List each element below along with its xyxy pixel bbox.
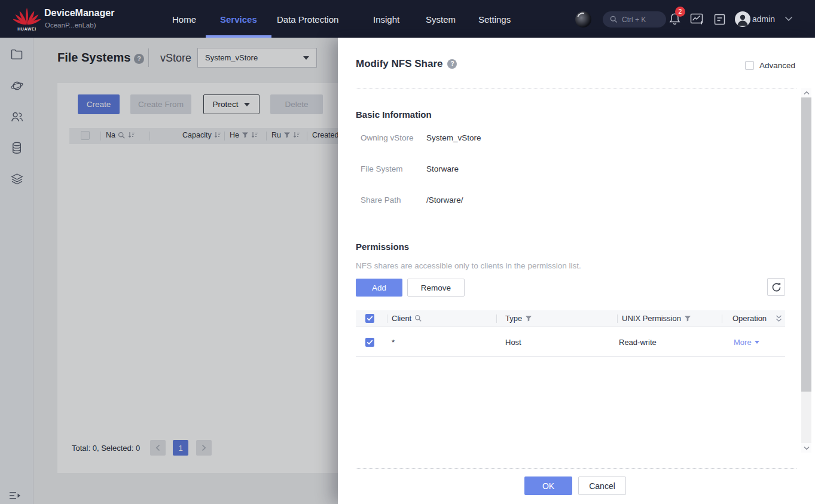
nav-services[interactable]: Services xyxy=(220,14,257,25)
advanced-toggle[interactable]: Advanced xyxy=(745,61,795,70)
performance-monitor-icon[interactable] xyxy=(690,13,704,25)
user-menu-chevron-icon[interactable] xyxy=(785,16,793,22)
tasks-log-icon[interactable] xyxy=(714,14,725,25)
device-name: OceanP...enLab) xyxy=(45,22,96,29)
scroll-down-button[interactable] xyxy=(801,443,811,453)
drawer-scrollbar xyxy=(801,88,811,453)
chevron-up-icon xyxy=(804,91,810,95)
column-settings-chevrons-icon[interactable] xyxy=(776,315,782,322)
permissions-table-header: Client Type UNIX Permission Operation xyxy=(356,310,785,327)
share-path-value: /Storware/ xyxy=(426,196,463,204)
cancel-button[interactable]: Cancel xyxy=(578,476,626,495)
advanced-checkbox[interactable] xyxy=(745,61,754,70)
divider-bottom xyxy=(356,468,796,469)
nav-system[interactable]: System xyxy=(426,14,456,25)
column-type: Type xyxy=(505,314,532,323)
notification-count-badge: 2 xyxy=(675,7,685,17)
file-system-label: File System xyxy=(361,164,403,173)
add-button[interactable]: Add xyxy=(356,279,402,297)
top-nav: HUAWEI DeviceManager OceanP...enLab) Hom… xyxy=(0,0,815,38)
column-client: Client xyxy=(392,314,422,323)
permissions-note: NFS shares are accessible only to client… xyxy=(356,261,581,270)
file-system-value: Storware xyxy=(426,164,459,173)
search-icon[interactable] xyxy=(414,314,422,322)
modify-nfs-share-drawer: Modify NFS Share Advanced Basic Informat… xyxy=(338,38,815,504)
divider-top xyxy=(356,88,796,88)
check-icon xyxy=(367,316,373,321)
nav-settings[interactable]: Settings xyxy=(478,14,511,25)
user-avatar[interactable] xyxy=(735,11,750,27)
huawei-logo-icon: HUAWEI xyxy=(13,4,41,34)
check-icon xyxy=(367,340,373,345)
app-root: HUAWEI DeviceManager OceanP...enLab) Hom… xyxy=(0,0,815,504)
drawer-help-icon[interactable] xyxy=(447,59,457,69)
chevron-down-icon xyxy=(755,341,759,344)
filter-icon[interactable] xyxy=(684,315,691,322)
select-all-checkbox[interactable] xyxy=(365,314,374,323)
filter-icon[interactable] xyxy=(525,315,532,322)
permission-row[interactable]: * Host Read-write More xyxy=(356,327,785,357)
ok-button[interactable]: OK xyxy=(524,476,572,495)
nav-data-protection[interactable]: Data Protection xyxy=(277,14,338,25)
drawer-title: Modify NFS Share xyxy=(356,58,442,70)
global-search[interactable]: Ctrl + K xyxy=(603,11,666,28)
remove-button[interactable]: Remove xyxy=(407,279,465,297)
search-icon xyxy=(610,16,618,23)
cell-client: * xyxy=(392,338,395,347)
nav-insight[interactable]: Insight xyxy=(373,14,399,25)
cell-unix-permission: Read-write xyxy=(619,338,657,347)
username-label[interactable]: admin xyxy=(752,14,775,24)
refresh-button[interactable] xyxy=(767,278,785,296)
advanced-label: Advanced xyxy=(759,61,795,70)
share-path-label: Share Path xyxy=(361,196,401,204)
cell-type: Host xyxy=(505,338,521,347)
nav-home[interactable]: Home xyxy=(172,14,196,25)
chevron-down-icon xyxy=(804,446,810,450)
permissions-table: Client Type UNIX Permission Operation xyxy=(356,310,785,357)
column-operation: Operation xyxy=(732,314,767,323)
column-unix-permission: UNIX Permission xyxy=(622,314,691,323)
owning-vstore-value: System_vStore xyxy=(426,133,481,142)
basic-info-heading: Basic Information xyxy=(356,109,432,120)
scrollbar-thumb[interactable] xyxy=(801,97,811,392)
more-actions-link[interactable]: More xyxy=(734,338,759,347)
refresh-icon xyxy=(771,282,782,292)
search-shortcut: Ctrl + K xyxy=(622,16,646,24)
permissions-heading: Permissions xyxy=(356,242,409,252)
scroll-up-button[interactable] xyxy=(801,88,811,97)
row-checkbox[interactable] xyxy=(365,338,374,347)
app-title: DeviceManager xyxy=(44,8,114,19)
theme-toggle-icon[interactable] xyxy=(575,11,591,28)
owning-vstore-label: Owning vStore xyxy=(361,133,414,142)
huawei-logo-text: HUAWEI xyxy=(13,27,41,31)
